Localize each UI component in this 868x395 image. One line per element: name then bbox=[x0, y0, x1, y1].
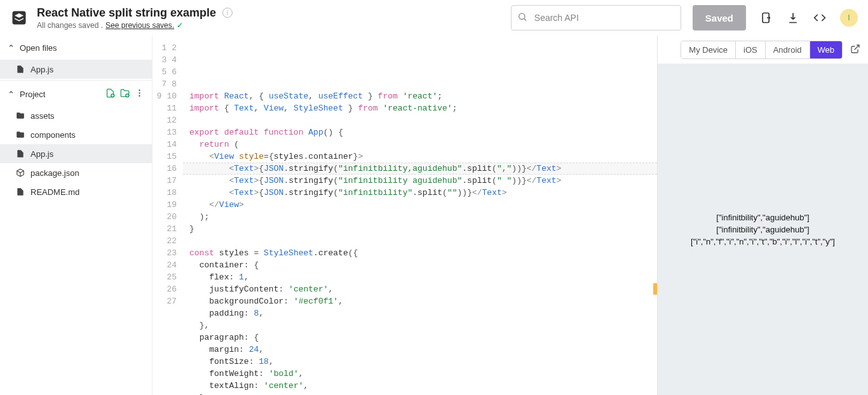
svg-line-9 bbox=[855, 45, 859, 50]
file-name: App.js bbox=[31, 149, 53, 159]
file-icon bbox=[15, 149, 25, 158]
line-gutter: 1 2 3 4 5 6 7 8 9 10 11 12 13 14 15 16 1… bbox=[153, 36, 183, 395]
project-label: Project bbox=[20, 90, 45, 99]
file-item[interactable]: README.md bbox=[0, 182, 152, 201]
preview-panel: My DeviceiOSAndroidWeb ["infinitbility",… bbox=[657, 36, 868, 395]
file-icon bbox=[15, 111, 25, 120]
snack-logo[interactable] bbox=[10, 9, 28, 27]
download-icon[interactable] bbox=[787, 11, 799, 24]
open-files-label: Open files bbox=[20, 43, 57, 53]
device-tab[interactable]: My Device bbox=[681, 41, 736, 58]
svg-point-8 bbox=[139, 95, 140, 97]
more-icon[interactable] bbox=[135, 88, 144, 100]
file-item[interactable]: assets bbox=[0, 106, 152, 125]
project-header[interactable]: ⌃ Project bbox=[0, 82, 152, 106]
embed-icon[interactable] bbox=[813, 11, 826, 24]
saved-button[interactable]: Saved bbox=[693, 5, 746, 30]
new-folder-icon[interactable] bbox=[120, 88, 130, 100]
file-name: App.js bbox=[31, 65, 53, 74]
sidebar: ⌃ Open files App.js ⌃ Project assetscomp… bbox=[0, 36, 153, 395]
chevron-up-icon: ⌃ bbox=[8, 43, 15, 53]
file-icon bbox=[15, 187, 25, 196]
svg-point-1 bbox=[519, 13, 524, 19]
file-icon bbox=[15, 130, 25, 139]
project-title[interactable]: React Native split string example bbox=[37, 6, 216, 20]
preview-area: ["infinitbility","aguidehub"]["infinitbi… bbox=[658, 64, 868, 395]
file-icon bbox=[15, 65, 25, 74]
save-status: All changes saved . bbox=[37, 21, 103, 30]
info-icon[interactable]: i bbox=[222, 8, 233, 18]
code-editor[interactable]: 1 2 3 4 5 6 7 8 9 10 11 12 13 14 15 16 1… bbox=[153, 36, 657, 395]
file-name: README.md bbox=[31, 187, 79, 197]
search-input[interactable] bbox=[511, 5, 681, 30]
chevron-up-icon: ⌃ bbox=[8, 90, 15, 99]
avatar[interactable]: I bbox=[840, 9, 858, 27]
device-tab[interactable]: Web bbox=[810, 41, 843, 58]
svg-line-2 bbox=[524, 19, 526, 21]
file-icon bbox=[15, 168, 25, 177]
file-item[interactable]: package.json bbox=[0, 163, 152, 182]
new-file-icon[interactable] bbox=[105, 88, 115, 100]
previous-saves-link[interactable]: See previous saves. bbox=[105, 21, 174, 30]
search-icon bbox=[517, 12, 527, 24]
file-item[interactable]: App.js bbox=[0, 144, 152, 163]
device-tab-group: My DeviceiOSAndroidWeb bbox=[681, 41, 843, 59]
export-icon[interactable] bbox=[760, 11, 773, 24]
file-name: assets bbox=[31, 111, 55, 121]
svg-point-6 bbox=[139, 90, 140, 91]
open-external-icon[interactable] bbox=[850, 44, 860, 56]
code-content[interactable]: import React, { useState, useEffect } fr… bbox=[189, 90, 657, 395]
file-item[interactable]: components bbox=[0, 125, 152, 144]
open-files-header[interactable]: ⌃ Open files bbox=[0, 36, 152, 60]
device-tab[interactable]: iOS bbox=[736, 41, 766, 58]
preview-output: ["infinitbility","aguidehub"]["infinitbi… bbox=[684, 211, 841, 248]
divider bbox=[0, 80, 152, 81]
file-item[interactable]: App.js bbox=[0, 60, 152, 79]
check-icon: ✓ bbox=[177, 21, 183, 30]
file-name: components bbox=[31, 130, 76, 140]
file-name: package.json bbox=[31, 168, 79, 178]
svg-point-7 bbox=[139, 92, 140, 93]
device-tab[interactable]: Android bbox=[766, 41, 810, 58]
